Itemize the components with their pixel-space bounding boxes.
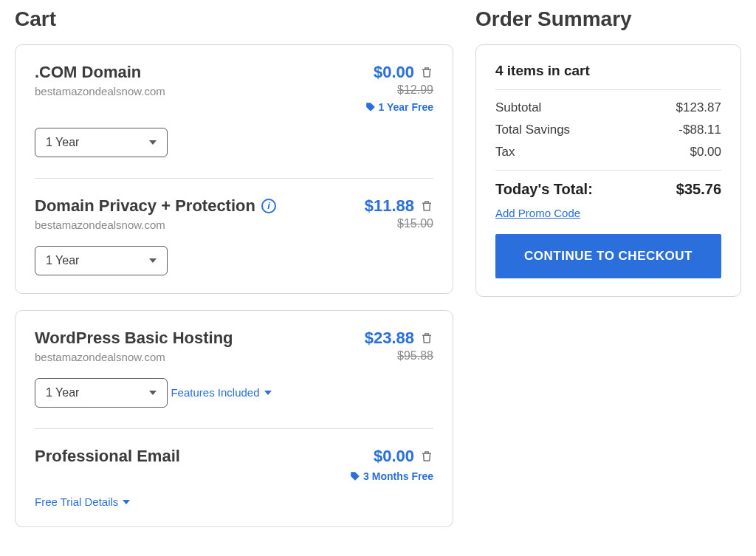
info-icon[interactable]: i bbox=[261, 199, 276, 213]
term-select[interactable]: 1 Year bbox=[35, 378, 168, 408]
summary-total-label: Today's Total: bbox=[495, 181, 593, 198]
summary-label: Total Savings bbox=[495, 123, 570, 137]
tag-icon bbox=[365, 102, 376, 112]
promo-badge-text: 1 Year Free bbox=[379, 101, 433, 113]
chevron-down-icon bbox=[149, 258, 157, 263]
term-select-value: 1 Year bbox=[46, 386, 79, 399]
cart-item-info: Domain Privacy + Protection i bestamazon… bbox=[35, 196, 365, 231]
cart-item-pricing: $11.88 $15.00 bbox=[365, 196, 433, 230]
cart-item: Professional Email $0.00 3 Months Free bbox=[35, 447, 433, 482]
cart-item-info: .COM Domain bestamazondealsnow.com bbox=[35, 63, 365, 97]
cart-item-pricing: $23.88 $95.88 bbox=[365, 329, 433, 363]
summary-row-savings: Total Savings -$88.11 bbox=[495, 123, 721, 137]
term-select-value: 1 Year bbox=[46, 136, 79, 149]
cart-group: .COM Domain bestamazondealsnow.com $0.00… bbox=[15, 44, 453, 294]
summary-value: $0.00 bbox=[690, 145, 721, 159]
trash-icon[interactable] bbox=[420, 199, 433, 213]
cart-item-pricing: $0.00 $12.99 1 Year Free bbox=[365, 63, 433, 113]
chevron-down-icon bbox=[149, 140, 157, 145]
cart-item-info: Professional Email bbox=[35, 447, 350, 466]
summary-count: 4 items in cart bbox=[495, 63, 721, 79]
add-promo-code-link[interactable]: Add Promo Code bbox=[495, 207, 580, 219]
cart-item-subtitle: bestamazondealsnow.com bbox=[35, 85, 365, 97]
tag-icon bbox=[350, 471, 360, 481]
summary-row-subtotal: Subtotal $123.87 bbox=[495, 100, 721, 115]
summary-value: $123.87 bbox=[676, 100, 721, 115]
promo-badge: 3 Months Free bbox=[350, 470, 433, 482]
item-divider bbox=[35, 178, 433, 179]
summary-total-value: $35.76 bbox=[676, 181, 721, 198]
cart-item-title-text: Domain Privacy + Protection bbox=[35, 196, 255, 216]
cart-item-strike-price: $95.88 bbox=[397, 349, 433, 363]
promo-badge-text: 3 Months Free bbox=[363, 470, 433, 482]
summary-total-row: Today's Total: $35.76 bbox=[495, 181, 721, 198]
cart-item: Domain Privacy + Protection i bestamazon… bbox=[35, 196, 433, 231]
cart-item-price: $0.00 bbox=[374, 447, 414, 466]
cart-item: WordPress Basic Hosting bestamazondealsn… bbox=[35, 329, 433, 363]
chevron-down-icon bbox=[264, 391, 272, 395]
order-summary-heading: Order Summary bbox=[475, 7, 741, 31]
summary-divider bbox=[495, 89, 721, 90]
trash-icon[interactable] bbox=[420, 331, 433, 346]
cart-group: WordPress Basic Hosting bestamazondealsn… bbox=[15, 310, 453, 527]
cart-item-price: $23.88 bbox=[365, 329, 414, 348]
item-divider bbox=[35, 428, 433, 429]
cart-item-subtitle: bestamazondealsnow.com bbox=[35, 351, 365, 363]
term-select[interactable]: 1 Year bbox=[35, 246, 168, 275]
trash-icon[interactable] bbox=[420, 65, 433, 80]
promo-badge: 1 Year Free bbox=[365, 101, 433, 113]
cart-item-price: $0.00 bbox=[374, 63, 414, 82]
free-trial-details-link[interactable]: Free Trial Details bbox=[35, 495, 130, 508]
term-select[interactable]: 1 Year bbox=[35, 128, 168, 157]
cart-heading: Cart bbox=[15, 7, 453, 31]
cart-item-title: WordPress Basic Hosting bbox=[35, 329, 233, 348]
cart-item-title: .COM Domain bbox=[35, 63, 141, 82]
summary-row-tax: Tax $0.00 bbox=[495, 145, 721, 159]
continue-to-checkout-button[interactable]: CONTINUE TO CHECKOUT bbox=[495, 234, 721, 278]
summary-value: -$88.11 bbox=[678, 123, 721, 137]
cart-item: .COM Domain bestamazondealsnow.com $0.00… bbox=[35, 63, 433, 113]
cart-item-strike-price: $12.99 bbox=[397, 83, 433, 97]
features-included-link[interactable]: Features Included bbox=[171, 386, 271, 399]
link-text: Features Included bbox=[171, 386, 259, 399]
summary-label: Tax bbox=[495, 145, 515, 159]
cart-item-pricing: $0.00 3 Months Free bbox=[350, 447, 433, 482]
summary-divider bbox=[495, 170, 721, 171]
cart-item-subtitle: bestamazondealsnow.com bbox=[35, 219, 365, 231]
cart-item-strike-price: $15.00 bbox=[397, 217, 433, 230]
order-summary-card: 4 items in cart Subtotal $123.87 Total S… bbox=[475, 44, 741, 297]
chevron-down-icon bbox=[149, 391, 157, 395]
chevron-down-icon bbox=[123, 500, 130, 504]
trash-icon[interactable] bbox=[420, 449, 433, 464]
cart-item-title: Domain Privacy + Protection i bbox=[35, 196, 276, 216]
cart-item-price: $11.88 bbox=[365, 196, 414, 216]
term-select-value: 1 Year bbox=[46, 254, 79, 267]
cart-item-title: Professional Email bbox=[35, 447, 180, 466]
summary-label: Subtotal bbox=[495, 100, 541, 115]
link-text: Free Trial Details bbox=[35, 495, 118, 508]
cart-item-info: WordPress Basic Hosting bestamazondealsn… bbox=[35, 329, 365, 363]
